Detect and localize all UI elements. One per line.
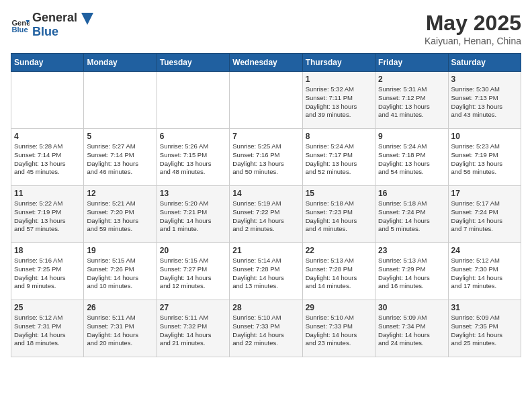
header-tuesday: Tuesday [157, 54, 229, 72]
day-number: 1 [306, 75, 372, 84]
cell-info: Sunrise: 5:10 AM Sunset: 7:33 PM Dayligh… [306, 314, 372, 348]
cell-info: Sunrise: 5:16 AM Sunset: 7:25 PM Dayligh… [14, 257, 81, 291]
cell-info: Sunrise: 5:09 AM Sunset: 7:34 PM Dayligh… [378, 314, 445, 348]
cell-4-4: 29Sunrise: 5:10 AM Sunset: 7:33 PM Dayli… [302, 300, 375, 357]
day-number: 26 [87, 303, 153, 312]
cell-0-5: 2Sunrise: 5:31 AM Sunset: 7:12 PM Daylig… [375, 72, 448, 129]
header-sunday: Sunday [11, 54, 84, 72]
svg-text:Blue: Blue [11, 26, 28, 34]
cell-info: Sunrise: 5:31 AM Sunset: 7:12 PM Dayligh… [378, 85, 445, 120]
cell-info: Sunrise: 5:27 AM Sunset: 7:14 PM Dayligh… [87, 142, 153, 177]
cell-2-3: 14Sunrise: 5:19 AM Sunset: 7:22 PM Dayli… [230, 186, 302, 243]
day-number: 23 [378, 246, 445, 255]
day-number: 3 [451, 75, 518, 84]
cell-info: Sunrise: 5:21 AM Sunset: 7:20 PM Dayligh… [87, 199, 153, 234]
cell-3-6: 24Sunrise: 5:12 AM Sunset: 7:30 PM Dayli… [448, 243, 521, 300]
cell-0-6: 3Sunrise: 5:30 AM Sunset: 7:13 PM Daylig… [448, 72, 521, 129]
logo-blue-text: Blue [32, 25, 58, 38]
cell-1-3: 7Sunrise: 5:25 AM Sunset: 7:16 PM Daylig… [230, 129, 302, 186]
header-friday: Friday [375, 54, 448, 72]
cell-3-0: 18Sunrise: 5:16 AM Sunset: 7:25 PM Dayli… [11, 243, 84, 300]
day-number: 30 [378, 303, 445, 312]
cell-info: Sunrise: 5:11 AM Sunset: 7:32 PM Dayligh… [160, 314, 226, 348]
cell-2-0: 11Sunrise: 5:22 AM Sunset: 7:19 PM Dayli… [11, 186, 84, 243]
logo-text-ral: ral [62, 11, 77, 24]
day-number: 27 [160, 303, 226, 312]
day-number: 25 [14, 303, 81, 312]
day-number: 12 [87, 189, 153, 198]
day-number: 18 [14, 246, 81, 255]
logo-text-general: Gene [32, 11, 62, 24]
cell-4-6: 31Sunrise: 5:09 AM Sunset: 7:35 PM Dayli… [448, 300, 521, 357]
cell-info: Sunrise: 5:14 AM Sunset: 7:28 PM Dayligh… [232, 257, 299, 291]
cell-info: Sunrise: 5:13 AM Sunset: 7:28 PM Dayligh… [306, 257, 372, 291]
day-number: 4 [14, 132, 81, 141]
cell-info: Sunrise: 5:24 AM Sunset: 7:17 PM Dayligh… [306, 142, 372, 177]
logo: Gene Blue General Blue [11, 11, 93, 39]
cell-3-1: 19Sunrise: 5:15 AM Sunset: 7:26 PM Dayli… [84, 243, 157, 300]
day-number: 7 [232, 132, 299, 141]
cell-0-0 [11, 72, 84, 129]
cell-3-3: 21Sunrise: 5:14 AM Sunset: 7:28 PM Dayli… [230, 243, 302, 300]
week-row-1: 1Sunrise: 5:32 AM Sunset: 7:11 PM Daylig… [11, 72, 521, 129]
day-number: 14 [232, 189, 299, 198]
cell-3-2: 20Sunrise: 5:15 AM Sunset: 7:27 PM Dayli… [157, 243, 229, 300]
day-number: 13 [160, 189, 226, 198]
cell-info: Sunrise: 5:15 AM Sunset: 7:26 PM Dayligh… [87, 257, 153, 291]
day-number: 5 [87, 132, 153, 141]
calendar-header-row: Sunday Monday Tuesday Wednesday Thursday… [11, 54, 521, 72]
header-saturday: Saturday [448, 54, 521, 72]
day-number: 9 [378, 132, 445, 141]
header-wednesday: Wednesday [230, 54, 302, 72]
cell-info: Sunrise: 5:32 AM Sunset: 7:11 PM Dayligh… [306, 85, 372, 120]
cell-4-1: 26Sunrise: 5:11 AM Sunset: 7:31 PM Dayli… [84, 300, 157, 357]
cell-info: Sunrise: 5:10 AM Sunset: 7:33 PM Dayligh… [232, 314, 299, 348]
day-number: 28 [232, 303, 299, 312]
header-monday: Monday [84, 54, 157, 72]
cell-info: Sunrise: 5:26 AM Sunset: 7:15 PM Dayligh… [160, 142, 226, 177]
cell-info: Sunrise: 5:12 AM Sunset: 7:30 PM Dayligh… [451, 257, 518, 291]
cell-1-2: 6Sunrise: 5:26 AM Sunset: 7:15 PM Daylig… [157, 129, 229, 186]
cell-2-6: 17Sunrise: 5:17 AM Sunset: 7:24 PM Dayli… [448, 186, 521, 243]
cell-info: Sunrise: 5:30 AM Sunset: 7:13 PM Dayligh… [451, 85, 518, 120]
week-row-3: 11Sunrise: 5:22 AM Sunset: 7:19 PM Dayli… [11, 186, 521, 243]
cell-info: Sunrise: 5:19 AM Sunset: 7:22 PM Dayligh… [232, 199, 299, 234]
logo-triangle-icon [81, 13, 93, 25]
cell-4-3: 28Sunrise: 5:10 AM Sunset: 7:33 PM Dayli… [230, 300, 302, 357]
week-row-2: 4Sunrise: 5:28 AM Sunset: 7:14 PM Daylig… [11, 129, 521, 186]
day-number: 8 [306, 132, 372, 141]
calendar-table: Sunday Monday Tuesday Wednesday Thursday… [11, 53, 521, 357]
cell-1-5: 9Sunrise: 5:24 AM Sunset: 7:18 PM Daylig… [375, 129, 448, 186]
logo-icon: Gene Blue [11, 15, 30, 34]
cell-2-1: 12Sunrise: 5:21 AM Sunset: 7:20 PM Dayli… [84, 186, 157, 243]
day-number: 16 [378, 189, 445, 198]
cell-3-4: 22Sunrise: 5:13 AM Sunset: 7:28 PM Dayli… [302, 243, 375, 300]
week-row-4: 18Sunrise: 5:16 AM Sunset: 7:25 PM Dayli… [11, 243, 521, 300]
cell-1-0: 4Sunrise: 5:28 AM Sunset: 7:14 PM Daylig… [11, 129, 84, 186]
day-number: 29 [306, 303, 372, 312]
cell-info: Sunrise: 5:24 AM Sunset: 7:18 PM Dayligh… [378, 142, 445, 177]
header-thursday: Thursday [302, 54, 375, 72]
cell-info: Sunrise: 5:11 AM Sunset: 7:31 PM Dayligh… [87, 314, 153, 348]
month-title: May 2025 [425, 11, 521, 36]
cell-info: Sunrise: 5:22 AM Sunset: 7:19 PM Dayligh… [14, 199, 81, 234]
day-number: 10 [451, 132, 518, 141]
cell-2-4: 15Sunrise: 5:18 AM Sunset: 7:23 PM Dayli… [302, 186, 375, 243]
day-number: 24 [451, 246, 518, 255]
week-row-5: 25Sunrise: 5:12 AM Sunset: 7:31 PM Dayli… [11, 300, 521, 357]
cell-info: Sunrise: 5:23 AM Sunset: 7:19 PM Dayligh… [451, 142, 518, 177]
cell-1-4: 8Sunrise: 5:24 AM Sunset: 7:17 PM Daylig… [302, 129, 375, 186]
cell-0-4: 1Sunrise: 5:32 AM Sunset: 7:11 PM Daylig… [302, 72, 375, 129]
day-number: 20 [160, 246, 226, 255]
day-number: 17 [451, 189, 518, 198]
cell-1-6: 10Sunrise: 5:23 AM Sunset: 7:19 PM Dayli… [448, 129, 521, 186]
cell-0-2 [157, 72, 229, 129]
cell-info: Sunrise: 5:28 AM Sunset: 7:14 PM Dayligh… [14, 142, 81, 177]
cell-2-5: 16Sunrise: 5:18 AM Sunset: 7:24 PM Dayli… [375, 186, 448, 243]
day-number: 31 [451, 303, 518, 312]
cell-info: Sunrise: 5:13 AM Sunset: 7:29 PM Dayligh… [378, 257, 445, 291]
location-subtitle: Kaiyuan, Henan, China [425, 36, 521, 46]
svg-marker-3 [81, 13, 93, 25]
cell-0-3 [230, 72, 302, 129]
day-number: 22 [306, 246, 372, 255]
